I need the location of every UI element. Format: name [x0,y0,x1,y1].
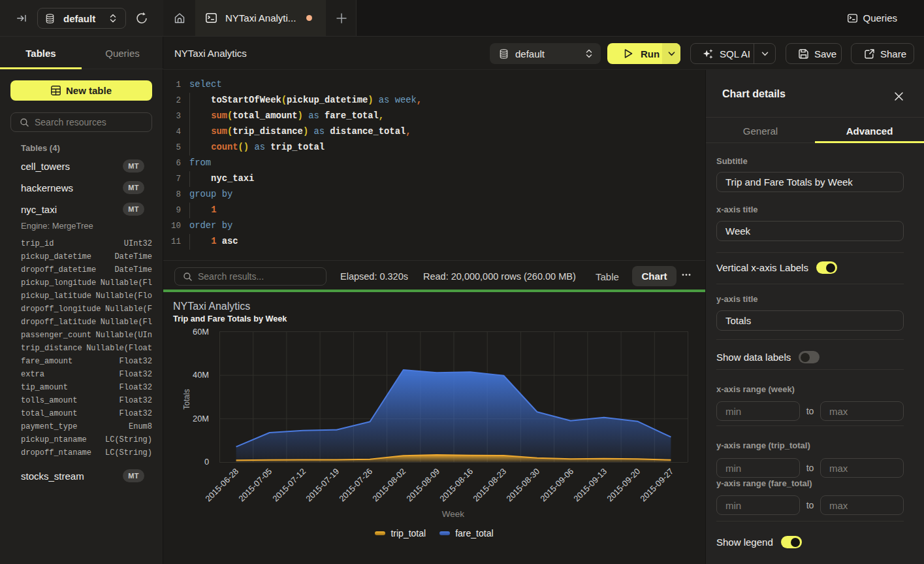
svg-text:2015-09-20: 2015-09-20 [605,467,642,504]
svg-text:2015-07-12: 2015-07-12 [270,467,308,504]
svg-text:2015-07-26: 2015-07-26 [337,467,374,504]
svg-text:2015-08-09: 2015-08-09 [404,467,441,504]
svg-text:20M: 20M [193,414,209,423]
svg-text:2015-07-05: 2015-07-05 [236,467,274,504]
svg-text:2015-09-06: 2015-09-06 [538,467,575,504]
svg-text:2015-06-28: 2015-06-28 [203,467,240,504]
svg-text:60M: 60M [193,327,209,337]
svg-text:Week: Week [442,509,465,519]
svg-text:0: 0 [204,457,209,467]
svg-text:2015-08-16: 2015-08-16 [438,467,475,504]
svg-text:2015-09-27: 2015-09-27 [638,467,675,504]
svg-text:2015-07-19: 2015-07-19 [304,467,341,504]
svg-text:2015-08-30: 2015-08-30 [504,467,541,504]
svg-text:2015-09-13: 2015-09-13 [571,467,609,504]
svg-text:2015-08-02: 2015-08-02 [370,467,407,504]
svg-text:40M: 40M [193,370,209,380]
svg-text:Totals: Totals [182,389,191,409]
svg-text:2015-08-23: 2015-08-23 [471,467,508,504]
